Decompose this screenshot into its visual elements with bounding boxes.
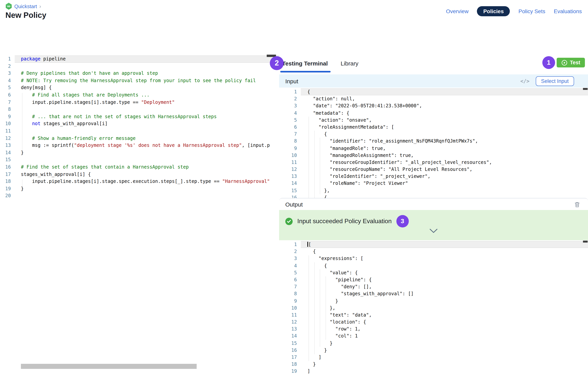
code-line[interactable]: 17stages_with_approval[i] { (0, 171, 279, 178)
code-line[interactable]: 14 "roleName": "Project Viewer" (279, 180, 588, 187)
code-line[interactable]: 5 "action": "onsave", (279, 117, 588, 124)
code-line-content[interactable]: { (301, 88, 588, 95)
code-line[interactable]: 11 "resourceGroupIdentifier": "_all_proj… (279, 159, 588, 166)
code-line-content[interactable]: "location": { (301, 318, 588, 325)
code-line-content[interactable]: "action": "onsave", (301, 117, 588, 124)
code-line-content[interactable]: "stages_with_approval": [] (301, 290, 588, 297)
code-line[interactable]: 1package pipeline (0, 55, 279, 63)
code-line-content[interactable]: not stages_with_approval[i] (15, 120, 279, 128)
code-line-content[interactable]: "roleName": "Project Viewer" (301, 180, 588, 187)
code-line-content[interactable]: "managedRole": true, (301, 145, 588, 152)
tab-library[interactable]: Library (341, 60, 359, 67)
code-line-content[interactable] (15, 63, 279, 70)
code-line[interactable]: 19] (279, 368, 588, 375)
editor-scrollbar-thumb[interactable] (583, 88, 588, 90)
code-line[interactable]: 5 "value": { (279, 269, 588, 276)
code-line[interactable]: 15 }, (279, 187, 588, 194)
code-line-content[interactable]: package pipeline (15, 55, 279, 63)
code-line-content[interactable]: }, (301, 187, 588, 194)
code-line[interactable]: 4# NOTE: Try removing the HarnessApprova… (0, 77, 279, 84)
code-line-content[interactable]: ] (301, 354, 588, 361)
code-line-content[interactable]: }, (301, 304, 588, 311)
code-line[interactable]: 3 "expressions": [ (279, 255, 588, 262)
code-line[interactable]: 4 { (279, 262, 588, 269)
test-button[interactable]: Test (557, 58, 585, 67)
code-line[interactable]: 18 } (279, 361, 588, 368)
code-line[interactable]: 16# Find the set of stages that contain … (0, 164, 279, 171)
select-input-button[interactable]: Select Input (536, 76, 574, 86)
code-line-content[interactable]: input.pipeline.stages[i].stage.type == "… (15, 99, 279, 106)
nav-evaluations[interactable]: Evaluations (554, 8, 582, 14)
code-line[interactable]: 4 "metadata": { (279, 109, 588, 117)
code-line[interactable]: 3# Deny pipelines that don't have an app… (0, 70, 279, 77)
input-json-editor[interactable]: 1{2 "action": null,3 "date": "2022-05-05… (279, 88, 588, 198)
code-line-content[interactable] (15, 106, 279, 113)
code-line[interactable]: 2 { (279, 248, 588, 255)
nav-policies[interactable]: Policies (477, 6, 510, 16)
code-line-content[interactable]: "date": "2022-05-05T20:41:23.538+0000", (301, 103, 588, 109)
code-line-content[interactable]: "row": 1, (301, 326, 588, 333)
code-line[interactable]: 12 "resourceGroupName": "All Project Lev… (279, 166, 588, 173)
nav-overview[interactable]: Overview (446, 8, 469, 14)
code-line[interactable]: 13 msg := sprintf("deployment stage '%s'… (0, 142, 279, 149)
code-line[interactable]: 8 "identifier": "role_assignment_NsFQM43… (279, 138, 588, 145)
code-line-content[interactable]: { (301, 194, 588, 198)
horizontal-scrollbar[interactable] (21, 364, 197, 369)
code-line-content[interactable]: "deny": [], (301, 283, 588, 290)
code-line-content[interactable]: "resourceGroupIdentifier": "_all_project… (301, 159, 588, 166)
code-line[interactable]: 12 # Show a human-friendly error message (0, 135, 279, 142)
code-line-content[interactable]: # ... that are not in the set of stages … (15, 113, 279, 120)
editor-scrollbar-thumb[interactable] (583, 241, 588, 243)
code-line[interactable]: 16 { (279, 194, 588, 198)
code-line-content[interactable] (15, 128, 279, 135)
output-json-editor[interactable]: 1[2 {3 "expressions": [4 {5 "value": {6 … (279, 240, 588, 377)
code-line-content[interactable]: } (301, 361, 588, 368)
code-line-content[interactable] (15, 192, 279, 200)
code-line-content[interactable] (15, 156, 279, 164)
code-line-content[interactable]: "col": 1 (301, 333, 588, 340)
code-line-content[interactable]: "metadata": { (301, 109, 588, 117)
code-line-content[interactable]: deny[msg] { (15, 84, 279, 92)
code-line[interactable]: 13 "roleIdentifier": "_project_viewer", (279, 173, 588, 180)
code-line[interactable]: 11 (0, 128, 279, 135)
clear-output-button[interactable] (574, 201, 580, 208)
code-line-content[interactable]: "roleAssignmentMetadata": [ (301, 124, 588, 130)
code-view-icon[interactable]: </> (520, 78, 529, 84)
code-line[interactable]: 18 input.pipeline.stages[i].stage.spec.e… (0, 178, 279, 185)
code-line[interactable]: 10 "managedRoleAssignment": true, (279, 152, 588, 159)
code-line[interactable]: 9 # ... that are not in the set of stage… (0, 113, 279, 120)
code-line-content[interactable]: "roleIdentifier": "_project_viewer", (301, 173, 588, 180)
code-line-content[interactable]: # Find all stages that are Deployments .… (15, 92, 279, 99)
code-line[interactable]: 6 # Find all stages that are Deployments… (0, 92, 279, 99)
code-line-content[interactable]: "expressions": [ (301, 255, 588, 262)
code-line-content[interactable]: stages_with_approval[i] { (15, 171, 279, 178)
code-line-content[interactable]: input.pipeline.stages[i].stage.spec.exec… (15, 178, 279, 185)
code-line[interactable]: 5deny[msg] { (0, 84, 279, 92)
tab-testing-terminal[interactable]: Testing Terminal (282, 60, 328, 67)
code-line[interactable]: 19} (0, 185, 279, 192)
code-line-content[interactable]: } (15, 149, 279, 156)
code-line-content[interactable]: msg := sprintf("deployment stage '%s' do… (15, 142, 279, 149)
code-line-content[interactable]: # Show a human-friendly error message (15, 135, 279, 142)
chevron-down-icon[interactable] (429, 228, 438, 235)
code-line-content[interactable]: "pipeline": { (301, 276, 588, 283)
code-line-content[interactable]: [ (301, 241, 588, 248)
code-line-content[interactable]: "managedRoleAssignment": true, (301, 152, 588, 159)
code-line[interactable]: 2 "action": null, (279, 95, 588, 102)
code-line[interactable]: 1[ (279, 241, 588, 248)
code-line-content[interactable]: "value": { (301, 269, 588, 276)
code-line[interactable]: 1{ (279, 88, 588, 95)
code-line-content[interactable]: } (301, 340, 588, 347)
breadcrumb-project-link[interactable]: Quickstart (14, 3, 37, 9)
code-line-content[interactable]: # NOTE: Try removing the HarnessApproval… (15, 77, 279, 84)
policy-code-editor[interactable]: 1package pipeline23# Deny pipelines that… (0, 54, 279, 377)
code-line-content[interactable]: "resourceGroupName": "All Project Level … (301, 166, 588, 173)
code-line-content[interactable]: } (301, 297, 588, 304)
code-line[interactable]: 15 (0, 156, 279, 164)
code-line[interactable]: 20 (0, 192, 279, 200)
nav-policy-sets[interactable]: Policy Sets (519, 8, 545, 14)
code-line-content[interactable]: "action": null, (301, 95, 588, 102)
code-line[interactable]: 15 } (279, 340, 588, 347)
code-line[interactable]: 7 input.pipeline.stages[i].stage.type ==… (0, 99, 279, 106)
code-line-content[interactable]: "text": "data", (301, 312, 588, 318)
